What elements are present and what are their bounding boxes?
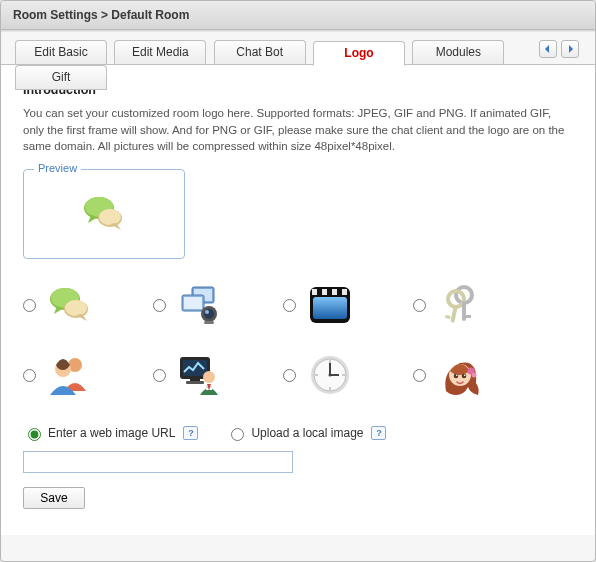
tab-edit-media[interactable]: Edit Media — [114, 40, 206, 65]
tab-gift[interactable]: Gift — [15, 65, 107, 90]
tab-panel-logo: Introduction You can set your customized… — [1, 65, 595, 535]
upload-mode-file-label: Upload a local image — [251, 426, 363, 440]
logo-option-clock[interactable] — [283, 351, 413, 399]
preview-legend: Preview — [34, 162, 81, 174]
logo-radio-video[interactable] — [283, 299, 296, 312]
upload-mode-url[interactable]: Enter a web image URL ? — [23, 425, 198, 441]
intro-text: You can set your customized room logo he… — [23, 105, 573, 155]
tab-edit-basic[interactable]: Edit Basic — [15, 40, 107, 65]
settings-window: Room Settings > Default Room Edit Basic … — [0, 0, 596, 562]
upload-mode-url-label: Enter a web image URL — [48, 426, 175, 440]
image-url-input[interactable] — [23, 451, 293, 473]
chat-bubbles-icon — [80, 190, 128, 238]
logo-radio-webcam[interactable] — [153, 299, 166, 312]
upload-mode-file-radio[interactable] — [231, 428, 244, 441]
logo-option-video[interactable] — [283, 281, 413, 329]
tabs-scroll-left-button[interactable] — [539, 40, 557, 58]
logo-preview-box: Preview — [23, 169, 185, 259]
logo-radio-people[interactable] — [23, 369, 36, 382]
logo-radio-clock[interactable] — [283, 369, 296, 382]
video-clapper-icon — [306, 281, 354, 329]
logo-option-chat-bubbles[interactable] — [23, 281, 153, 329]
logo-option-keys[interactable] — [413, 281, 543, 329]
save-button[interactable]: Save — [23, 487, 85, 509]
logo-options-grid — [23, 281, 573, 399]
monitor-analytics-icon — [176, 351, 224, 399]
logo-radio-keys[interactable] — [413, 299, 426, 312]
webcam-icon — [176, 281, 224, 329]
logo-radio-avatar[interactable] — [413, 369, 426, 382]
tabstrip: Edit Basic Edit Media Chat Bot Logo Modu… — [1, 36, 595, 65]
logo-option-webcam[interactable] — [153, 281, 283, 329]
help-icon[interactable]: ? — [371, 426, 386, 440]
upload-mode-url-radio[interactable] — [28, 428, 41, 441]
people-icon — [46, 351, 94, 399]
avatar-girl-icon — [436, 351, 484, 399]
logo-option-avatar[interactable] — [413, 351, 543, 399]
help-icon[interactable]: ? — [183, 426, 198, 440]
upload-mode-group: Enter a web image URL ? Upload a local i… — [23, 425, 573, 441]
logo-radio-chat-bubbles[interactable] — [23, 299, 36, 312]
upload-mode-file[interactable]: Upload a local image ? — [226, 425, 386, 441]
breadcrumb-text: Room Settings > Default Room — [13, 8, 189, 22]
clock-icon — [306, 351, 354, 399]
breadcrumb: Room Settings > Default Room — [1, 1, 595, 30]
tab-chat-bot[interactable]: Chat Bot — [214, 40, 306, 65]
logo-option-people[interactable] — [23, 351, 153, 399]
logo-option-monitor[interactable] — [153, 351, 283, 399]
tab-logo[interactable]: Logo — [313, 41, 405, 66]
tabs-scroll-right-button[interactable] — [561, 40, 579, 58]
chat-bubbles-icon — [46, 281, 94, 329]
tab-modules[interactable]: Modules — [412, 40, 504, 65]
keys-icon — [436, 281, 484, 329]
logo-radio-monitor[interactable] — [153, 369, 166, 382]
